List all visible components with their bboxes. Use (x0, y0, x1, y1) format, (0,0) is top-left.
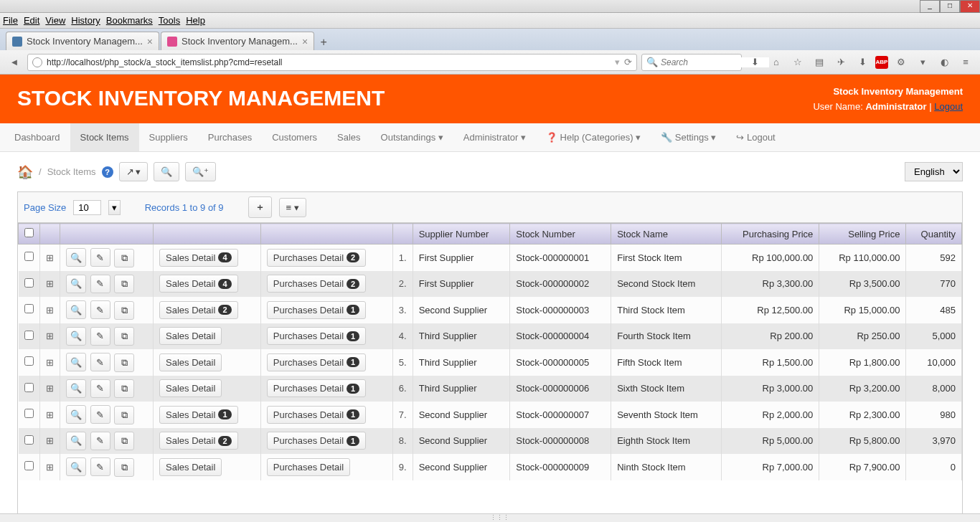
purchases-detail-button[interactable]: Purchases Detail (267, 458, 350, 476)
expand-icon[interactable]: ⊞ (46, 331, 54, 341)
expand-icon[interactable]: ⊞ (46, 278, 54, 289)
help-badge-icon[interactable]: ? (102, 166, 113, 178)
url-input[interactable] (47, 57, 611, 67)
sales-detail-button[interactable]: Sales Detail 1 (159, 406, 238, 424)
nav-customers[interactable]: Customers (262, 123, 327, 151)
row-checkbox[interactable] (24, 356, 34, 366)
save-page-icon[interactable]: ⬇ (854, 54, 871, 71)
nav-purchases[interactable]: Purchases (198, 123, 262, 151)
back-button[interactable]: ◄ (6, 54, 23, 71)
purchases-detail-button[interactable]: Purchases Detail 1 (267, 327, 366, 345)
close-window-button[interactable]: ✕ (960, 0, 980, 13)
advanced-search-button[interactable]: 🔍⁺ (185, 162, 216, 181)
col-stock-name[interactable]: Stock Name (611, 224, 722, 245)
sales-detail-button[interactable]: Sales Detail 4 (159, 275, 238, 293)
copy-button[interactable]: ⧉ (114, 379, 134, 398)
purchases-detail-button[interactable]: Purchases Detail 1 (267, 432, 366, 450)
row-checkbox[interactable] (24, 435, 34, 445)
bookmark-star-icon[interactable]: ☆ (789, 54, 806, 71)
dropdown-icon[interactable]: ▾ (615, 57, 620, 67)
col-selling-price[interactable]: Selling Price (819, 224, 906, 245)
edit-button[interactable]: ✎ (90, 353, 110, 371)
row-checkbox[interactable] (24, 383, 34, 392)
menu-tools[interactable]: Tools (159, 15, 180, 26)
expand-icon[interactable]: ⊞ (46, 305, 54, 315)
select-all-checkbox[interactable] (24, 228, 34, 237)
copy-button[interactable]: ⧉ (114, 406, 134, 424)
menu-help[interactable]: Help (186, 15, 205, 26)
nav-settings[interactable]: 🔧 Settings ▾ (651, 123, 726, 151)
logout-link[interactable]: Logout (934, 101, 963, 112)
copy-button[interactable]: ⧉ (114, 249, 134, 267)
power-icon[interactable]: ◐ (936, 54, 953, 71)
sales-detail-button[interactable]: Sales Detail (159, 353, 222, 371)
col-stock-number[interactable]: Stock Number (510, 224, 611, 245)
row-checkbox[interactable] (24, 252, 34, 261)
home-icon[interactable]: 🏠 (17, 164, 33, 180)
maximize-button[interactable]: □ (940, 0, 960, 13)
menu-file[interactable]: File (3, 15, 18, 26)
row-checkbox[interactable] (24, 331, 34, 340)
nav-sales[interactable]: Sales (327, 123, 371, 151)
copy-button[interactable]: ⧉ (114, 458, 134, 477)
expand-icon[interactable]: ⊞ (46, 357, 54, 368)
col-purchase-price[interactable]: Purchasing Price (721, 224, 819, 245)
view-button[interactable]: 🔍 (66, 379, 86, 398)
view-button[interactable]: 🔍 (66, 327, 86, 346)
new-tab-button[interactable]: + (316, 36, 331, 50)
sales-detail-button[interactable]: Sales Detail 2 (159, 301, 238, 319)
downloads-icon[interactable]: ⬇ (746, 54, 763, 71)
home-icon[interactable]: ⌂ (768, 54, 785, 71)
view-button[interactable]: 🔍 (66, 353, 86, 371)
search-box[interactable]: 🔍 (641, 54, 742, 71)
send-icon[interactable]: ✈ (832, 54, 849, 71)
menu-icon[interactable]: ≡ (957, 54, 974, 71)
purchases-detail-button[interactable]: Purchases Detail 1 (267, 301, 366, 319)
browser-tab[interactable]: Stock Inventory Managem... × (6, 32, 159, 50)
purchases-detail-button[interactable]: Purchases Detail 2 (267, 275, 366, 293)
purchases-detail-button[interactable]: Purchases Detail 1 (267, 379, 366, 397)
sales-detail-button[interactable]: Sales Detail (159, 379, 222, 397)
row-checkbox[interactable] (24, 278, 34, 288)
menu-edit[interactable]: Edit (24, 15, 39, 26)
view-button[interactable]: 🔍 (66, 248, 86, 267)
url-box[interactable]: ▾ ⟳ (27, 54, 637, 71)
view-button[interactable]: 🔍 (66, 300, 86, 319)
purchases-detail-button[interactable]: Purchases Detail 1 (267, 406, 366, 424)
nav-stock-items[interactable]: Stock Items (70, 123, 139, 151)
copy-button[interactable]: ⧉ (114, 432, 134, 450)
copy-button[interactable]: ⧉ (114, 301, 134, 320)
row-checkbox[interactable] (24, 409, 34, 418)
search-button[interactable]: 🔍 (154, 162, 179, 181)
purchases-detail-button[interactable]: Purchases Detail 1 (267, 353, 366, 371)
copy-button[interactable]: ⧉ (114, 327, 134, 346)
bulk-actions-button[interactable]: ≡ ▾ (279, 198, 306, 217)
expand-icon[interactable]: ⊞ (46, 409, 54, 420)
addon-icon[interactable]: ⚙ (892, 54, 910, 71)
edit-button[interactable]: ✎ (90, 275, 110, 293)
sales-detail-button[interactable]: Sales Detail 4 (159, 249, 238, 267)
row-checkbox[interactable] (24, 461, 34, 470)
nav-administrator[interactable]: Administrator ▾ (453, 123, 536, 151)
purchases-detail-button[interactable]: Purchases Detail 2 (267, 249, 366, 267)
export-button[interactable]: ↗▾ (119, 162, 148, 181)
page-size-dropdown[interactable]: ▾ (108, 200, 121, 215)
view-button[interactable]: 🔍 (66, 457, 86, 476)
reload-icon[interactable]: ⟳ (624, 57, 632, 67)
sales-detail-button[interactable]: Sales Detail 2 (159, 432, 238, 450)
view-button[interactable]: 🔍 (66, 275, 86, 293)
expand-icon[interactable]: ⊞ (46, 383, 54, 394)
expand-icon[interactable]: ⊞ (46, 462, 54, 473)
col-supplier[interactable]: Supplier Number (413, 224, 510, 245)
sales-detail-button[interactable]: Sales Detail (159, 327, 222, 345)
edit-button[interactable]: ✎ (90, 248, 110, 267)
edit-button[interactable]: ✎ (90, 432, 110, 450)
minimize-button[interactable]: _ (920, 0, 940, 13)
extension-icon[interactable]: ▾ (914, 54, 931, 71)
row-checkbox[interactable] (24, 304, 34, 313)
browser-tab[interactable]: Stock Inventory Managem... × (161, 32, 314, 50)
library-icon[interactable]: ▤ (811, 54, 828, 71)
view-button[interactable]: 🔍 (66, 405, 86, 424)
menu-view[interactable]: View (45, 15, 65, 26)
copy-button[interactable]: ⧉ (114, 275, 134, 293)
